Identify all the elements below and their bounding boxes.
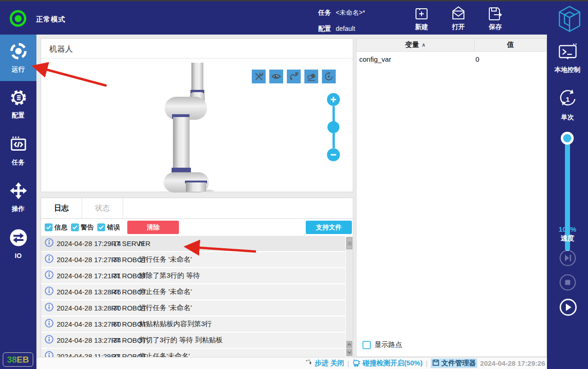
nav-task-label: 任务	[12, 158, 25, 167]
info-icon	[45, 287, 53, 297]
play-button[interactable]	[559, 298, 576, 316]
file-manager-button[interactable]: 文件管理器	[431, 358, 477, 368]
visibility-button[interactable]	[269, 70, 283, 83]
nav-item-operate[interactable]: 操作	[0, 174, 36, 221]
step-mode-icon	[305, 359, 313, 368]
robot-panel-title: 机器人	[49, 44, 73, 54]
scroll-up-button[interactable]	[346, 341, 352, 348]
mode-status-icon	[10, 10, 26, 27]
column-variable-header[interactable]: 变量∧	[356, 39, 475, 51]
step-mode-toggle[interactable]: 步进 关闭	[305, 359, 344, 368]
log-row[interactable]: 2024-04-28 11:29:33 RT ROBOT 停止任务'未命名'	[41, 349, 345, 357]
nav-item-task[interactable]: 任务	[0, 128, 36, 174]
local-control-label: 本地控制	[547, 66, 588, 74]
clear-log-button[interactable]: 清除	[127, 221, 179, 234]
support-file-button[interactable]: 支持文件	[306, 221, 352, 234]
trajectory-button[interactable]	[287, 70, 301, 83]
log-row[interactable]: 2024-04-28 17:27:38 RT ROBOT 运行任务 '未命名'	[41, 252, 345, 267]
scrollbar-thumb[interactable]	[346, 237, 352, 249]
status-bar: 步进 关闭 | 碰撞检测开启(50%) | 文件管理器 2024-04-28 1…	[36, 357, 547, 369]
robot-arm-3d-view[interactable]	[162, 63, 215, 194]
log-row[interactable]: 2024-04-28 13:28:46 RT ROBOT 停止任务 '未命名'	[41, 284, 345, 299]
info-icon	[45, 303, 53, 313]
scroll-down-button[interactable]	[346, 349, 352, 356]
sort-asc-icon: ∧	[422, 42, 425, 48]
log-scrollbar[interactable]	[346, 236, 353, 357]
filter-info-checkbox[interactable]: 信息	[45, 223, 67, 232]
checkbox-unchecked-icon	[362, 341, 371, 349]
file-manager-label: 文件管理器	[441, 359, 476, 368]
step-forward-button[interactable]	[559, 249, 576, 267]
log-row[interactable]: 2024-04-28 17:29:14 RT SERVER hi	[41, 236, 345, 251]
log-message: hi	[139, 240, 144, 247]
eraser-button[interactable]	[304, 70, 318, 83]
tab-log[interactable]: 日志	[41, 198, 82, 218]
log-filter-row: 信息 警告 错误 清除 支持文件	[41, 219, 353, 236]
nav-item-run[interactable]: 运行	[0, 35, 36, 81]
collision-detection-toggle[interactable]: 碰撞检测开启(50%)	[352, 359, 422, 368]
tab-status[interactable]: 状态	[82, 198, 123, 218]
zoom-out-button[interactable]	[327, 148, 340, 161]
column-value-header[interactable]: 值	[475, 39, 546, 51]
log-row[interactable]: 2024-04-28 13:27:50 RT ROBOT 粘贴粘贴板内容到第3行	[41, 316, 345, 332]
file-manager-icon	[432, 359, 440, 368]
variable-name: config_var	[359, 55, 475, 63]
variables-panel: 变量∧ 值 config_var 0 显示路点	[356, 38, 547, 357]
io-icon	[9, 228, 28, 249]
mode-label: 正常模式	[36, 15, 65, 24]
speed-slider-handle[interactable]	[561, 132, 574, 145]
filter-warning-checkbox[interactable]: 警告	[71, 223, 94, 232]
info-icon	[45, 351, 53, 357]
local-control-button[interactable]: 本地控制	[547, 43, 588, 74]
stop-button[interactable]	[559, 274, 576, 291]
log-message: 运行任务 '未命名'	[139, 304, 192, 312]
rotate-view-button[interactable]	[322, 70, 336, 83]
save-icon	[479, 6, 512, 22]
open-button[interactable]: 打开	[442, 5, 475, 31]
new-task-button[interactable]: 新建	[405, 5, 438, 31]
info-icon	[45, 254, 53, 265]
log-message: 运行任务 '未命名'	[139, 255, 192, 264]
zoom-slider-handle[interactable]	[327, 121, 339, 133]
log-message: 停止任务'未命名'	[139, 352, 190, 357]
filter-error-label: 错误	[107, 223, 120, 232]
log-row[interactable]: 2024-04-28 13:27:34 RT ROBOT 剪切了3行的 等待 到…	[41, 333, 345, 348]
svg-text:1: 1	[565, 95, 569, 103]
nav-item-config[interactable]: 配置	[0, 81, 36, 128]
filter-error-checkbox[interactable]: 错误	[97, 223, 120, 232]
nav-item-io[interactable]: IO	[0, 221, 36, 267]
zoom-in-button[interactable]	[327, 93, 340, 106]
show-waypoints-checkbox[interactable]: 显示路点	[362, 340, 402, 349]
log-message: 粘贴粘贴板内容到第3行	[139, 320, 212, 328]
right-control-rail: 本地控制 1 单次 100% 速度	[547, 35, 588, 369]
log-message: 移除了第3行的 等待	[139, 271, 200, 280]
badge-green-part: 38	[7, 355, 17, 364]
variable-value: 0	[475, 55, 479, 63]
single-cycle-icon: 1	[557, 103, 578, 111]
log-source: RT SERVER	[111, 240, 150, 247]
nav-run-label: 运行	[12, 65, 25, 74]
task-code-icon	[9, 135, 28, 155]
log-row[interactable]: 2024-04-28 17:21:31 RT ROBOT 移除了第3行的 等待	[41, 268, 345, 283]
filter-warning-label: 警告	[81, 223, 94, 232]
config-value: default	[336, 25, 355, 32]
tools-button[interactable]	[252, 70, 266, 83]
single-run-button[interactable]: 1 单次	[547, 88, 588, 122]
speed-value: 100%	[547, 225, 588, 234]
task-label: 任务	[318, 9, 331, 16]
task-value: <未命名>*	[336, 9, 365, 16]
save-button[interactable]: 保存	[479, 5, 512, 31]
step-mode-label: 步进 关闭	[315, 359, 344, 368]
info-icon	[45, 238, 53, 249]
variable-row[interactable]: config_var 0	[356, 52, 546, 66]
show-waypoints-label: 显示路点	[374, 340, 402, 349]
log-row[interactable]: 2024-04-28 13:28:30 RT ROBOT 运行任务 '未命名'	[41, 300, 345, 316]
speed-caption: 速度	[547, 234, 588, 242]
log-status-tabs: 日志 状态	[41, 198, 353, 219]
brand-logo-icon	[555, 4, 584, 35]
header-bar: 正常模式 任务<未命名>* 配置default 新建 打开 保存	[0, 1, 588, 35]
terminal-icon	[557, 56, 578, 64]
info-icon	[45, 270, 53, 281]
new-task-icon	[405, 6, 438, 22]
save-label: 保存	[479, 23, 512, 31]
